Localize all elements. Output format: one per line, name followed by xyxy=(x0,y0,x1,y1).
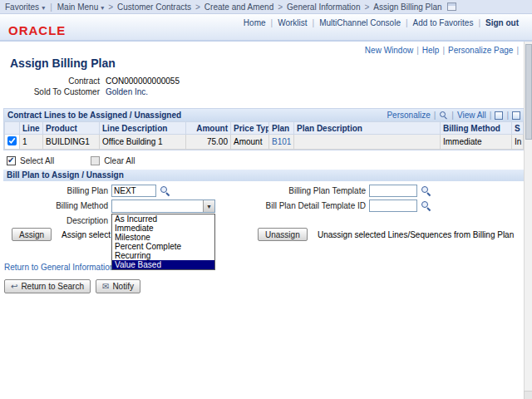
column-header-status[interactable]: S xyxy=(512,122,524,135)
clear-all-action[interactable]: Clear All xyxy=(91,156,135,165)
sold-to-customer-value: Golden Inc. xyxy=(106,87,148,96)
breadcrumb-item-customer-contracts[interactable]: Customer Contracts xyxy=(117,2,191,12)
favorites-label: Favorites xyxy=(5,2,39,12)
column-header-line[interactable]: Line xyxy=(20,122,43,135)
notify-icon: ✉ xyxy=(102,282,109,291)
dropdown-option-milestone[interactable]: Milestone xyxy=(112,233,214,242)
notify-button[interactable]: ✉ Notify xyxy=(96,279,140,293)
sold-to-customer-label: Sold To Customer xyxy=(0,87,100,96)
view-all-link[interactable]: View All xyxy=(457,111,486,120)
assign-hint-text: Assign select xyxy=(62,230,111,239)
row-checkbox[interactable] xyxy=(7,136,17,145)
grid-selection-actions: Select All Clear All xyxy=(7,156,171,165)
separator xyxy=(434,111,436,120)
plan-link[interactable]: B101 xyxy=(272,137,291,146)
select-column-header xyxy=(5,122,20,135)
nav-home[interactable]: Home xyxy=(244,18,266,27)
separator xyxy=(313,18,315,27)
scrollbar-thumb[interactable] xyxy=(525,44,532,140)
download-icon[interactable] xyxy=(495,111,503,120)
bill-plan-detail-template-label: Bill Plan Detail Template ID xyxy=(233,201,366,210)
nav-multichannel-console[interactable]: MultiChannel Console xyxy=(319,18,401,27)
billing-plan-template-label: Billing Plan Template xyxy=(249,186,366,195)
unassign-button[interactable]: Unassign xyxy=(258,228,308,241)
scrollbar-corner xyxy=(524,391,532,399)
clear-all-label: Clear All xyxy=(104,156,135,165)
personalize-link[interactable]: Personalize xyxy=(387,111,430,120)
dropdown-option-as-incurred[interactable]: As Incurred xyxy=(112,214,214,224)
personalize-page-link[interactable]: Personalize Page xyxy=(448,46,513,55)
dropdown-option-value-based[interactable]: Value Based xyxy=(112,260,214,269)
cell-product: BUILDING1 xyxy=(43,135,100,150)
clear-all-icon xyxy=(91,156,100,165)
breadcrumb: Favorites Main Menu Customer Contracts C… xyxy=(0,0,532,14)
dropdown-option-immediate[interactable]: Immediate xyxy=(112,224,214,233)
return-to-general-information-link[interactable]: Return to General Information xyxy=(4,263,114,272)
return-to-search-label: Return to Search xyxy=(21,282,84,291)
bill-plan-detail-template-input[interactable] xyxy=(369,200,417,212)
separator xyxy=(478,18,480,27)
window-icon[interactable] xyxy=(447,2,456,11)
cell-plan: B101 xyxy=(269,135,294,150)
cell-price-type: Amount xyxy=(231,135,269,150)
cell-amount: 75.00 xyxy=(186,135,231,150)
assign-button[interactable]: Assign xyxy=(12,228,52,241)
column-header-plan-description[interactable]: Plan Description xyxy=(294,122,441,135)
breadcrumb-chevron-icon xyxy=(108,2,113,12)
find-icon[interactable] xyxy=(439,111,448,120)
billing-plan-input[interactable] xyxy=(111,185,156,197)
grid-action-links: Personalize View All xyxy=(387,111,520,120)
cell-billing-method: Immediate xyxy=(441,135,512,150)
bill-plan-detail-template-lookup-icon[interactable] xyxy=(421,200,431,211)
breadcrumb-chevron-icon xyxy=(278,2,283,12)
separator xyxy=(451,111,454,120)
main-menu-label: Main Menu xyxy=(57,2,98,12)
grid-title-bar: Contract Lines to be Assigned / Unassign… xyxy=(4,109,524,121)
column-header-price-type[interactable]: Price Type xyxy=(231,122,269,135)
column-header-billing-method[interactable]: Billing Method xyxy=(441,122,512,135)
separator xyxy=(416,46,419,55)
billing-method-dropdown-list: As Incurred Immediate Milestone Percent … xyxy=(111,214,215,270)
dropdown-arrow-icon[interactable] xyxy=(203,200,214,212)
billing-method-select[interactable] xyxy=(111,200,215,213)
nav-add-to-favorites[interactable]: Add to Favorites xyxy=(413,18,474,27)
main-menu[interactable]: Main Menu xyxy=(57,2,104,12)
column-header-amount[interactable]: Amount xyxy=(186,122,231,135)
return-to-search-button[interactable]: ↩ Return to Search xyxy=(4,279,91,293)
nav-worklist[interactable]: Worklist xyxy=(278,18,307,27)
dropdown-option-percent-complete[interactable]: Percent Complete xyxy=(112,242,214,251)
select-all-action[interactable]: Select All xyxy=(7,156,54,165)
top-navigation: HomeWorklistMultiChannel ConsoleAdd to F… xyxy=(244,18,519,27)
description-label: Description xyxy=(0,216,108,225)
new-window-link[interactable]: New Window xyxy=(365,46,413,55)
peoplesoft-page: Favorites Main Menu Customer Contracts C… xyxy=(0,0,532,399)
breadcrumb-item-assign-billing-plan: Assign Billing Plan xyxy=(373,2,441,12)
page-title: Assign Billing Plan xyxy=(10,57,116,70)
billing-plan-lookup-icon[interactable] xyxy=(160,185,170,196)
notify-label: Notify xyxy=(112,282,134,291)
column-header-plan[interactable]: Plan xyxy=(269,122,294,135)
bill-plan-section-header: Bill Plan to Assign / Unassign xyxy=(3,170,525,181)
breadcrumb-item-general-information[interactable]: General Information xyxy=(287,2,360,12)
breadcrumb-chevron-icon xyxy=(195,2,200,12)
favorites-menu[interactable]: Favorites xyxy=(5,2,45,12)
page-utility-links: New WindowHelpPersonalize Page xyxy=(365,46,522,55)
column-header-line-description[interactable]: Line Description xyxy=(100,122,186,135)
table-header-row: Line Product Line Description Amount Pri… xyxy=(5,122,524,135)
grid-title: Contract Lines to be Assigned / Unassign… xyxy=(7,111,181,120)
row-select-cell xyxy=(5,135,20,150)
billing-plan-template-lookup-icon[interactable] xyxy=(421,185,431,196)
column-header-product[interactable]: Product xyxy=(43,122,100,135)
cell-line: 1 xyxy=(20,135,43,150)
breadcrumb-item-create-and-amend[interactable]: Create and Amend xyxy=(204,2,273,12)
cell-line-description: Office Building 1 xyxy=(100,135,186,150)
dropdown-option-recurring[interactable]: Recurring xyxy=(112,251,214,260)
vertical-scrollbar[interactable] xyxy=(524,42,532,391)
billing-plan-template-input[interactable] xyxy=(369,185,417,197)
unassign-hint-text: Unassign selected Lines/Sequences from B… xyxy=(318,230,514,239)
masthead: ORACLE HomeWorklistMultiChannel ConsoleA… xyxy=(0,14,532,42)
zoom-grid-icon[interactable] xyxy=(512,111,520,120)
help-link[interactable]: Help xyxy=(422,46,440,55)
nav-sign-out[interactable]: Sign out xyxy=(485,18,519,27)
separator xyxy=(506,111,509,120)
